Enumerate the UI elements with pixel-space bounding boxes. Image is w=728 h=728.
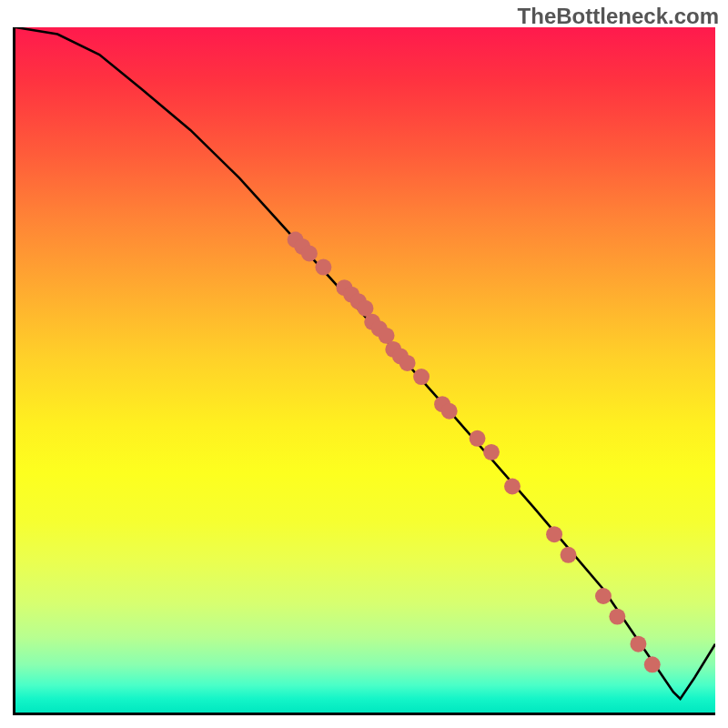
data-marker [595,588,612,604]
data-marker [441,403,458,420]
data-marker [399,355,416,371]
data-marker [470,430,486,447]
data-marker [504,479,521,495]
data-marker [609,609,625,625]
data-marker [561,547,577,563]
data-marker [630,636,646,652]
chart-svg [15,27,715,713]
data-marker [644,656,661,672]
data-marker [315,259,331,276]
data-marker [483,444,500,460]
watermark-text: TheBottleneck.com [518,4,719,29]
data-marker [413,369,430,385]
data-marker [301,246,318,262]
curve-markers [288,232,661,673]
data-marker [546,526,562,542]
plot-area [13,27,715,715]
chart-container: TheBottleneck.com [0,0,728,728]
